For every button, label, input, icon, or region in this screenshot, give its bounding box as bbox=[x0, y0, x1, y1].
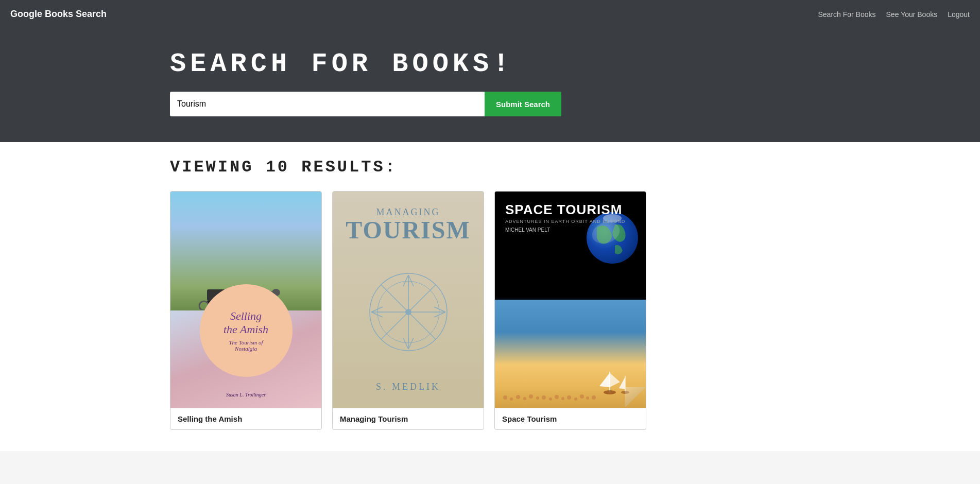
page-curl bbox=[625, 387, 646, 408]
svg-point-35 bbox=[604, 390, 616, 394]
books-grid: Sellingthe Amish The Tourism ofNostalgia… bbox=[170, 191, 810, 430]
svg-point-41 bbox=[516, 395, 520, 399]
svg-point-47 bbox=[555, 395, 559, 399]
selling-book-title-overlay: Sellingthe Amish bbox=[223, 309, 268, 337]
search-heading: SEARCH FOR BOOKS! bbox=[170, 49, 513, 79]
svg-line-23 bbox=[434, 307, 445, 312]
nav-link-your-books[interactable]: See Your Books bbox=[886, 10, 938, 19]
svg-line-18 bbox=[408, 275, 414, 286]
svg-point-52 bbox=[586, 396, 589, 400]
book-title-label: Selling the Amish bbox=[170, 408, 321, 429]
svg-point-48 bbox=[561, 397, 564, 400]
space-title-text: SPACE TOURISM bbox=[505, 202, 625, 218]
submit-search-button[interactable]: Submit Search bbox=[485, 92, 561, 116]
svg-line-24 bbox=[434, 312, 445, 317]
results-heading: VIEWING 10 RESULTS: bbox=[170, 158, 810, 177]
search-row: Submit Search bbox=[170, 92, 561, 116]
svg-point-40 bbox=[510, 397, 513, 401]
svg-marker-34 bbox=[610, 373, 620, 387]
svg-point-53 bbox=[592, 395, 596, 400]
svg-line-17 bbox=[403, 275, 408, 286]
selling-oval: Sellingthe Amish The Tourism ofNostalgia bbox=[200, 284, 293, 377]
svg-point-39 bbox=[503, 395, 507, 400]
space-text-area: SPACE TOURISM ADVENTURES IN EARTH ORBIT … bbox=[505, 202, 625, 233]
svg-marker-37 bbox=[619, 377, 625, 389]
crowd-icon bbox=[500, 390, 603, 405]
managing-title-area: Managing TOURISM bbox=[346, 207, 471, 243]
svg-point-42 bbox=[523, 397, 526, 400]
svg-point-46 bbox=[549, 397, 552, 401]
compass-icon bbox=[367, 271, 450, 353]
book-cover-space: SPACE TOURISM ADVENTURES IN EARTH ORBIT … bbox=[495, 192, 646, 408]
svg-marker-33 bbox=[599, 373, 610, 387]
svg-point-45 bbox=[542, 395, 546, 400]
managing-author: S. MEDLIK bbox=[376, 382, 440, 392]
svg-line-22 bbox=[371, 312, 383, 317]
space-author-text: MICHEL VAN PELT bbox=[505, 227, 625, 233]
navbar: Google Books Search Search For Books See… bbox=[0, 0, 980, 28]
svg-line-21 bbox=[371, 307, 383, 312]
nav-link-logout[interactable]: Logout bbox=[948, 10, 970, 19]
book-cover: Managing TOURISM bbox=[333, 192, 484, 408]
managing-main-text: TOURISM bbox=[346, 218, 471, 243]
book-card[interactable]: Sellingthe Amish The Tourism ofNostalgia… bbox=[170, 191, 322, 430]
svg-point-49 bbox=[567, 395, 571, 400]
nav-brand[interactable]: Google Books Search bbox=[10, 9, 107, 20]
search-input[interactable] bbox=[170, 92, 485, 116]
nav-links: Search For Books See Your Books Logout bbox=[818, 10, 970, 19]
nav-link-search[interactable]: Search For Books bbox=[818, 10, 875, 19]
book-title-label: Managing Tourism bbox=[333, 408, 484, 429]
main-content: VIEWING 10 RESULTS: bbox=[0, 142, 980, 451]
svg-point-51 bbox=[580, 394, 584, 399]
svg-line-20 bbox=[408, 338, 414, 349]
book-title-label: Space Tourism bbox=[495, 408, 646, 429]
space-beach-scene bbox=[495, 300, 646, 408]
selling-subtitle: The Tourism ofNostalgia bbox=[229, 339, 263, 352]
svg-point-44 bbox=[536, 396, 539, 400]
book-cover: Sellingthe Amish The Tourism ofNostalgia… bbox=[170, 192, 321, 408]
svg-point-29 bbox=[405, 309, 411, 315]
search-banner: SEARCH FOR BOOKS! Submit Search bbox=[0, 28, 980, 142]
svg-point-50 bbox=[574, 397, 577, 401]
book-cover-managing: Managing TOURISM bbox=[333, 192, 484, 408]
svg-line-19 bbox=[403, 338, 408, 349]
book-card[interactable]: Managing TOURISM bbox=[332, 191, 484, 430]
svg-point-43 bbox=[529, 394, 533, 399]
space-subtitle-text: ADVENTURES IN EARTH ORBIT AND BEYOND bbox=[505, 219, 625, 224]
book-cover: SPACE TOURISM ADVENTURES IN EARTH ORBIT … bbox=[495, 192, 646, 408]
book-cover-selling: Sellingthe Amish The Tourism ofNostalgia… bbox=[170, 192, 321, 408]
selling-author: Susan L. Trollinger bbox=[226, 392, 266, 397]
book-card[interactable]: SPACE TOURISM ADVENTURES IN EARTH ORBIT … bbox=[494, 191, 646, 430]
